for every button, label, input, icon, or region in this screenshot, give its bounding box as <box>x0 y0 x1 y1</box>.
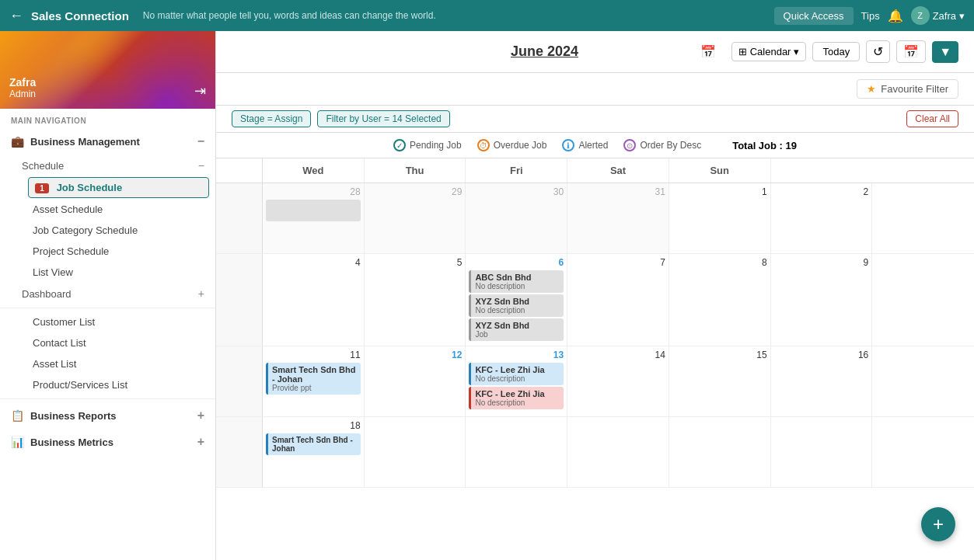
list-item[interactable]: XYZ Sdn Bhd Job <box>469 318 564 341</box>
calendar-day-14[interactable]: 14 <box>567 346 669 416</box>
sidebar-item-list-view[interactable]: List View <box>0 262 215 283</box>
calendar-view-chevron: ▾ <box>794 46 799 57</box>
sidebar-section-title: Business Management <box>30 136 197 148</box>
calendar-day-15[interactable]: 15 <box>669 346 771 416</box>
calendar-day-6[interactable]: 6 ABC Sdn Bhd No description XYZ Sdn Bhd… <box>466 254 567 346</box>
list-item[interactable]: Smart Tech Sdn Bhd - Johan <box>266 433 361 455</box>
list-item[interactable]: ABC Sdn Bhd No description <box>469 270 564 293</box>
quick-access-button[interactable]: Quick Access <box>774 7 854 25</box>
sidebar-item-customer-list[interactable]: Customer List <box>0 311 215 332</box>
calendar-day-13[interactable]: 13 KFC - Lee Zhi Jia No description KFC … <box>466 346 567 416</box>
list-item[interactable]: XYZ Sdn Bhd No description <box>469 294 564 317</box>
sidebar-item-business-management[interactable]: 💼 Business Management − <box>0 128 215 155</box>
sidebar-item-contact-list[interactable]: Contact List <box>0 332 215 353</box>
calendar-day-31[interactable]: 31 <box>567 183 669 253</box>
back-button[interactable]: ← <box>9 8 23 24</box>
sidebar-header: Zafra Admin ⇥ <box>0 31 215 109</box>
day-number: 28 <box>266 186 361 197</box>
day-number: 2 <box>774 186 869 197</box>
favourite-filter-button[interactable]: ★ Favourite Filter <box>857 79 958 99</box>
today-button[interactable]: Today <box>812 42 860 61</box>
sidebar-item-asset-list[interactable]: Asset List <box>0 353 215 374</box>
calendar-day-21[interactable] <box>567 417 669 487</box>
schedule-label: Schedule <box>22 160 198 172</box>
calendar-day-18[interactable]: 18 Smart Tech Sdn Bhd - Johan <box>263 417 365 487</box>
tips-button[interactable]: Tips <box>861 10 880 22</box>
alerted-label: Alerted <box>578 140 608 151</box>
calendar-day-19[interactable] <box>365 417 466 487</box>
calendar-legend: ✓ Pending Job ⏱ Overdue Job ℹ Alerted ⊙ … <box>216 133 974 158</box>
sidebar: Zafra Admin ⇥ MAIN NAVIGATION 💼 Business… <box>0 31 216 560</box>
day-number: 15 <box>672 350 767 360</box>
sidebar-item-job-schedule[interactable]: 1 Job Schedule <box>28 177 209 198</box>
list-item[interactable]: KFC - Lee Zhi Jia No description <box>469 387 564 409</box>
reports-expand-icon: + <box>197 409 204 423</box>
calendar-day-30[interactable]: 30 <box>466 183 567 253</box>
calendar-day-29[interactable]: 29 <box>365 183 466 253</box>
calendar-day-2[interactable]: 2 <box>771 183 873 253</box>
filter-chip-stage[interactable]: Stage = Assign <box>232 110 311 127</box>
list-item[interactable]: KFC - Lee Zhi Jia No description <box>469 363 564 385</box>
day-number: 8 <box>672 257 767 268</box>
day-number: 7 <box>571 257 665 268</box>
sidebar-item-project-schedule[interactable]: Project Schedule <box>0 241 215 262</box>
order-dot-icon: ⊙ <box>623 139 636 151</box>
sidebar-item-business-metrics[interactable]: 📊 Business Metrics + <box>0 429 215 455</box>
event-title: Smart Tech Sdn Bhd - Johan <box>272 436 357 453</box>
calendar-view-button[interactable]: ⊞ Calendar ▾ <box>731 42 807 61</box>
order-label: Order By Desc <box>640 140 701 151</box>
calendar-day-20[interactable] <box>466 417 567 487</box>
event-description: Provide ppt <box>272 384 357 392</box>
calendar-day-7[interactable]: 7 <box>567 254 669 346</box>
calendar-day-23[interactable] <box>771 417 873 487</box>
calendar-day-11[interactable]: 11 Smart Tech Sdn Bhd - Johan Provide pp… <box>263 346 365 416</box>
sidebar-item-product-services-list[interactable]: Product/Services List <box>0 374 215 395</box>
calendar-week-row: 4 5 6 ABC Sdn Bhd No description XYZ Sdn… <box>216 254 974 346</box>
calendar-day-5[interactable]: 5 <box>365 254 466 346</box>
calendar-day-8[interactable]: 8 <box>669 254 771 346</box>
calendar-day-28[interactable]: 28 <box>263 183 365 253</box>
event-title: ABC Sdn Bhd <box>475 273 560 282</box>
tagline: No matter what people tell you, words an… <box>143 10 766 21</box>
user-menu[interactable]: Z Zafra ▾ <box>911 6 965 25</box>
event-title: Smart Tech Sdn Bhd - Johan <box>272 365 357 384</box>
calendar-day-9[interactable]: 9 <box>771 254 873 346</box>
logout-button[interactable]: ⇥ <box>194 82 206 99</box>
calendar-day-22[interactable] <box>669 417 771 487</box>
avatar: Z <box>911 6 930 25</box>
alerted-dot-icon: ℹ <box>562 139 574 151</box>
dashboard-expand-icon: + <box>198 287 204 300</box>
sidebar-item-asset-schedule[interactable]: Asset Schedule <box>0 199 215 220</box>
refresh-button[interactable]: ↺ <box>866 40 890 63</box>
notification-bell-icon[interactable]: 🔔 <box>888 9 903 23</box>
date-nav-button[interactable]: 📅 <box>896 40 926 63</box>
filter-button[interactable]: ▼ <box>932 41 958 63</box>
day-header-wed: Wed <box>263 158 365 183</box>
week-number <box>216 254 263 346</box>
sidebar-item-job-category-schedule[interactable]: Job Category Schedule <box>0 220 215 241</box>
filter-chip-user[interactable]: Filter by User = 14 Selected <box>317 110 449 127</box>
calendar-date-picker-button[interactable]: 📅 <box>694 41 722 62</box>
sidebar-item-business-reports[interactable]: 📋 Business Reports + <box>0 402 215 429</box>
sidebar-username: Zafra <box>9 76 36 89</box>
sidebar-user-info: Zafra Admin <box>9 76 36 99</box>
sidebar-item-schedule[interactable]: Schedule − <box>0 155 215 176</box>
list-item[interactable]: Smart Tech Sdn Bhd - Johan Provide ppt <box>266 363 361 395</box>
day-number: 18 <box>266 420 361 431</box>
total-jobs: Total Job : 19 <box>732 140 797 151</box>
day-number: 29 <box>368 186 463 197</box>
calendar-day-1[interactable]: 1 <box>669 183 771 253</box>
pending-dot-icon: ✓ <box>393 139 406 151</box>
sidebar-item-dashboard[interactable]: Dashboard + <box>0 283 215 304</box>
user-chevron-icon: ▾ <box>959 10 965 22</box>
calendar-day-16[interactable]: 16 <box>771 346 873 416</box>
day-number: 31 <box>571 186 665 197</box>
calendar-week-row: 28 29 30 31 1 2 <box>216 183 974 254</box>
legend-pending: ✓ Pending Job <box>393 139 462 151</box>
day-number: 5 <box>368 257 463 268</box>
calendar-view-label: Calendar <box>750 46 791 57</box>
clear-all-button[interactable]: Clear All <box>906 110 958 127</box>
fab-add-button[interactable]: + <box>921 507 955 541</box>
calendar-day-12[interactable]: 12 <box>365 346 466 416</box>
calendar-day-4[interactable]: 4 <box>263 254 365 346</box>
